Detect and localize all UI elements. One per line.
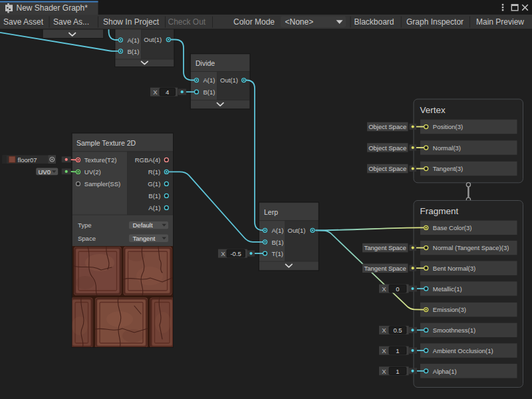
svg-text:Type: Type — [78, 221, 92, 229]
svg-text:T(1): T(1) — [272, 250, 283, 257]
svg-text:Graph Inspector: Graph Inspector — [406, 17, 464, 27]
svg-text:Smoothness(1): Smoothness(1) — [433, 327, 475, 334]
svg-text:Save Asset: Save Asset — [3, 17, 44, 27]
svg-text:Alpha(1): Alpha(1) — [433, 368, 457, 375]
svg-text:Sampler(SS): Sampler(SS) — [84, 180, 120, 188]
svg-text:Base Color(3): Base Color(3) — [433, 224, 472, 231]
svg-text:X: X — [221, 250, 225, 257]
svg-text:Blackboard: Blackboard — [354, 17, 394, 27]
svg-text:floor07: floor07 — [18, 156, 37, 164]
svg-text:New Shader Graph*: New Shader Graph* — [17, 3, 88, 13]
svg-text:Color Mode: Color Mode — [233, 17, 275, 27]
svg-text:Main Preview: Main Preview — [476, 17, 524, 27]
svg-text:Lerp: Lerp — [264, 208, 278, 216]
svg-text:Out(1): Out(1) — [288, 227, 306, 234]
svg-text:Vertex: Vertex — [420, 105, 446, 115]
svg-text:Space: Space — [78, 235, 96, 242]
svg-text:X: X — [382, 327, 386, 334]
svg-text:B(1): B(1) — [272, 239, 284, 246]
svg-text:Metallic(1): Metallic(1) — [433, 285, 462, 293]
svg-text:Show In Project: Show In Project — [103, 17, 160, 27]
svg-text:R(1): R(1) — [148, 168, 160, 176]
svg-text:Position(3): Position(3) — [433, 123, 463, 130]
svg-text:Default: Default — [133, 221, 153, 229]
svg-text:Tangent: Tangent — [133, 235, 156, 242]
svg-text:Emission(3): Emission(3) — [433, 306, 466, 313]
svg-text:Save As...: Save As... — [53, 17, 89, 27]
svg-text:Check Out: Check Out — [168, 17, 206, 27]
svg-text:Divide: Divide — [196, 59, 215, 67]
svg-text:<None>: <None> — [285, 17, 314, 27]
svg-text:Tangent Space: Tangent Space — [364, 244, 406, 251]
svg-text:A(1): A(1) — [128, 37, 140, 44]
svg-text:1: 1 — [396, 347, 399, 354]
svg-text:A(1): A(1) — [272, 227, 284, 234]
svg-text:Tangent Space: Tangent Space — [364, 265, 406, 272]
svg-text:Object Space: Object Space — [368, 165, 406, 172]
svg-text:Bent Normal(3): Bent Normal(3) — [433, 265, 475, 272]
svg-text:X: X — [382, 285, 386, 293]
svg-text:0: 0 — [396, 285, 399, 293]
svg-text:UV(2): UV(2) — [84, 168, 101, 176]
svg-text:Object Space: Object Space — [368, 123, 406, 130]
svg-text:Out(1): Out(1) — [144, 36, 162, 43]
svg-text:1: 1 — [396, 368, 399, 375]
svg-text:B(1): B(1) — [203, 88, 215, 96]
svg-text:RGBA(4): RGBA(4) — [135, 156, 161, 164]
svg-text:Fragment: Fragment — [420, 206, 459, 216]
svg-text:B(1): B(1) — [148, 192, 160, 200]
svg-text:X: X — [382, 368, 386, 375]
svg-text:X: X — [382, 347, 386, 354]
svg-text:Sample Texture 2D: Sample Texture 2D — [76, 139, 136, 147]
svg-text:Object Space: Object Space — [368, 144, 406, 152]
svg-text:A(1): A(1) — [148, 204, 160, 211]
svg-text:X: X — [153, 88, 158, 96]
svg-text:Texture(T2): Texture(T2) — [84, 156, 117, 164]
svg-text:0.5: 0.5 — [393, 327, 402, 334]
svg-text:-0.5: -0.5 — [230, 250, 241, 257]
svg-text:Normal(3): Normal(3) — [433, 144, 461, 152]
svg-text:4: 4 — [166, 88, 169, 96]
svg-text:Normal (Tangent Space)(3): Normal (Tangent Space)(3) — [433, 244, 509, 251]
svg-text:Tangent(3): Tangent(3) — [433, 165, 463, 172]
svg-text:B(1): B(1) — [128, 48, 140, 55]
svg-text:Out(1): Out(1) — [220, 76, 238, 84]
svg-text:UV0: UV0 — [39, 168, 51, 176]
svg-text:G(1): G(1) — [148, 180, 160, 188]
svg-text:Ambient Occlusion(1): Ambient Occlusion(1) — [433, 347, 493, 354]
svg-text:A(1): A(1) — [203, 76, 215, 84]
